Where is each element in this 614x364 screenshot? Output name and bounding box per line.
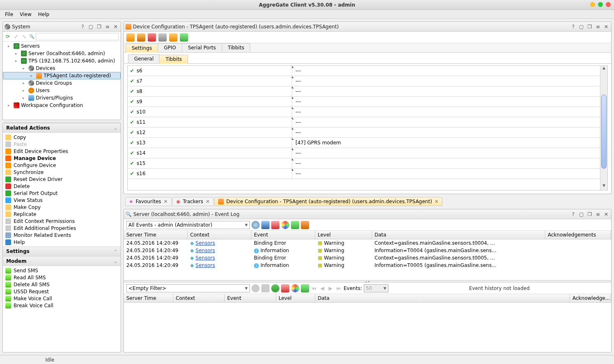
context-link[interactable]: Sensors xyxy=(195,248,215,253)
col-event[interactable]: Event xyxy=(225,294,276,302)
chart-icon[interactable] xyxy=(291,284,299,292)
tree-node[interactable]: ▸Users xyxy=(3,87,121,94)
expand-icon[interactable]: ⤢ xyxy=(13,33,19,40)
tree-node[interactable]: ▸Drivers/Plugins xyxy=(3,94,121,102)
menu-view[interactable]: View xyxy=(16,11,35,18)
save-icon[interactable] xyxy=(291,221,299,229)
doc-tab-device-config[interactable]: Device Configuration - TPSAgent (auto-re… xyxy=(214,197,442,206)
window-icon[interactable]: ▢ xyxy=(578,23,585,30)
action-item[interactable]: Replicate xyxy=(5,211,119,218)
close-tab-icon[interactable]: ✕ xyxy=(435,199,439,204)
restore-icon[interactable]: ❐ xyxy=(586,211,593,218)
close-tab-icon[interactable]: ✕ xyxy=(164,199,168,204)
col-context[interactable]: Context xyxy=(173,294,225,302)
modem-action-item[interactable]: Read All SMS xyxy=(5,274,119,281)
action-item[interactable]: Synchronize xyxy=(5,169,119,176)
restore-icon[interactable]: ❐ xyxy=(586,23,593,30)
tab-gpio[interactable]: GPIO xyxy=(158,43,182,52)
brush-icon[interactable] xyxy=(301,221,309,229)
expand-icon[interactable]: ▸ xyxy=(8,44,12,48)
window-icon[interactable]: ▢ xyxy=(578,211,585,218)
filter-icon[interactable] xyxy=(261,221,270,229)
window-icon[interactable]: ▢ xyxy=(88,23,94,30)
tree-node[interactable]: ▸Device Groups xyxy=(3,79,121,87)
search-input[interactable] xyxy=(36,33,119,40)
tab-serial-ports[interactable]: Serial Ports xyxy=(182,43,222,52)
prev-icon[interactable]: ◀ xyxy=(319,285,326,292)
subtab-tibbits[interactable]: Tibbits xyxy=(159,55,188,64)
expand-icon[interactable]: ▸ xyxy=(23,66,27,70)
tree-node[interactable]: ▸Server (localhost:6460, admin) xyxy=(3,50,121,57)
toolbar-icon-3[interactable] xyxy=(148,33,156,42)
doc-tab-favourites[interactable]: ★ Favourites ✕ xyxy=(125,197,172,206)
col-server-time[interactable]: Server Time xyxy=(124,294,173,302)
event-row[interactable]: 24.05.2016 14:20:49◆ SensorsiInformation… xyxy=(124,247,611,254)
expand-icon[interactable]: ▸ xyxy=(30,74,35,78)
action-item[interactable]: Serial Port Output xyxy=(5,190,119,197)
minimize-button[interactable] xyxy=(590,2,595,7)
modem-header[interactable]: Modem ⌄ xyxy=(3,256,121,266)
close-panel-icon[interactable]: ✕ xyxy=(112,23,119,30)
action-item[interactable]: Edit Device Properties xyxy=(5,148,119,155)
restore-icon[interactable]: ❐ xyxy=(96,23,102,30)
menu-file[interactable]: File xyxy=(2,11,16,18)
scrollbar[interactable]: ▲ ▼ xyxy=(600,66,607,190)
table-row[interactable]: ✔s7--- xyxy=(128,76,600,86)
tree-node[interactable]: ▸TPS (192.168.75.102:6460, admin) xyxy=(3,57,121,65)
help-icon[interactable]: ? xyxy=(570,23,577,30)
close-panel-icon[interactable]: ✕ xyxy=(603,211,609,218)
table-row[interactable]: ✔s6--- xyxy=(128,66,600,76)
help-icon[interactable]: ? xyxy=(570,211,577,218)
expand-icon[interactable]: ▸ xyxy=(15,59,19,63)
lock-icon[interactable] xyxy=(158,33,167,42)
table-row[interactable]: ✔s15--- xyxy=(128,158,600,169)
col-level[interactable]: Level xyxy=(315,231,372,239)
table-row[interactable]: ✔s10--- xyxy=(128,107,600,117)
refresh-icon[interactable]: ⟳ xyxy=(5,33,11,40)
action-item[interactable]: Copy xyxy=(5,134,119,141)
modem-action-item[interactable]: Break Voice Call xyxy=(5,302,119,309)
action-item[interactable]: Monitor Related Events xyxy=(5,232,119,239)
options-icon[interactable]: ≡ xyxy=(595,211,601,218)
close-button[interactable] xyxy=(606,2,611,7)
help-icon[interactable]: ? xyxy=(79,23,86,30)
toolbar-icon-1[interactable] xyxy=(126,33,135,42)
col-event[interactable]: Event xyxy=(251,231,315,239)
save-icon[interactable] xyxy=(180,33,188,42)
chart-icon[interactable] xyxy=(281,221,289,229)
globe-icon[interactable] xyxy=(251,221,260,229)
related-actions-header[interactable]: Related Actions ⌄ xyxy=(3,123,121,133)
expand-icon[interactable]: ▸ xyxy=(15,51,19,56)
delete-icon[interactable] xyxy=(281,284,289,292)
col-ack[interactable]: Acknowledgements xyxy=(545,231,611,239)
col-context[interactable]: Context xyxy=(188,231,251,239)
event-row[interactable]: 24.05.2016 14:20:49◆ SensorsiInformation… xyxy=(124,262,611,269)
event-row[interactable]: 24.05.2016 14:20:49◆ SensorsBinding Erro… xyxy=(124,254,611,262)
scroll-down-icon[interactable]: ▼ xyxy=(600,183,607,190)
action-item[interactable]: Help xyxy=(5,239,119,246)
table-row[interactable]: ✔s14--- xyxy=(128,148,600,158)
subtab-general[interactable]: General xyxy=(128,54,160,63)
action-item[interactable]: Make Copy xyxy=(5,204,119,211)
save-icon[interactable] xyxy=(301,284,309,292)
tab-tibbits[interactable]: Tibbits xyxy=(222,43,251,52)
modem-action-item[interactable]: Send SMS xyxy=(5,267,119,274)
context-link[interactable]: Sensors xyxy=(195,240,215,246)
refresh-icon[interactable] xyxy=(271,284,279,292)
expand-icon[interactable]: ▸ xyxy=(23,96,27,100)
options-icon[interactable]: ≡ xyxy=(104,23,111,30)
context-link[interactable]: Sensors xyxy=(195,255,215,261)
action-item[interactable]: Edit Context Permissions xyxy=(5,218,119,225)
context-link[interactable]: Sensors xyxy=(195,262,215,268)
close-panel-icon[interactable]: ✕ xyxy=(603,23,609,30)
event-rows[interactable]: 24.05.2016 14:20:49◆ SensorsBinding Erro… xyxy=(124,239,611,280)
first-icon[interactable]: ⏮ xyxy=(311,285,317,292)
tab-settings[interactable]: Settings xyxy=(126,44,158,53)
action-item[interactable]: View Status xyxy=(5,197,119,204)
action-item[interactable]: Reset Device Driver xyxy=(5,176,119,183)
table-row[interactable]: ✔s12--- xyxy=(128,128,600,138)
toolbar-icon-2[interactable] xyxy=(137,33,145,42)
event-row[interactable]: 24.05.2016 14:20:49◆ SensorsBinding Erro… xyxy=(124,239,611,247)
scroll-up-icon[interactable]: ▲ xyxy=(600,66,607,72)
last-icon[interactable]: ⏭ xyxy=(335,285,342,292)
